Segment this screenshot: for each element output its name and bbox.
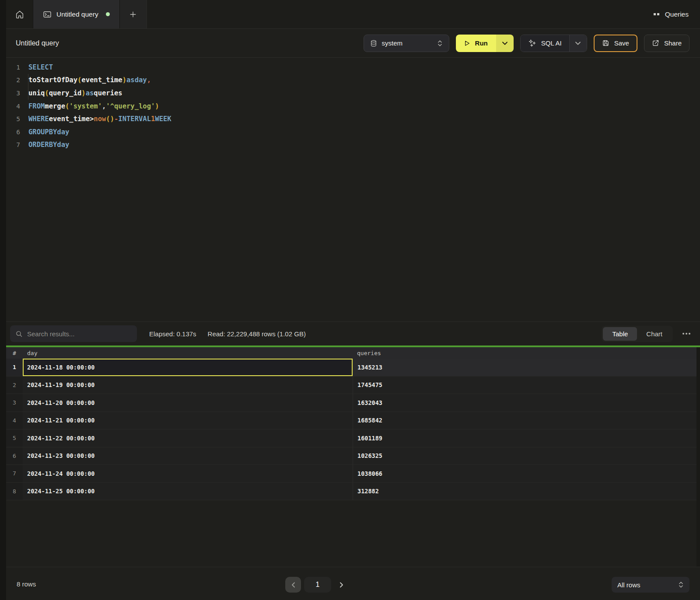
cell-day[interactable]: 2024-11-19 00:00:00 [23, 377, 353, 394]
sql-ai-label: SQL AI [541, 39, 562, 47]
search-icon [15, 330, 23, 338]
new-tab-button[interactable] [120, 0, 147, 28]
cell-day[interactable]: 2024-11-25 00:00:00 [23, 483, 353, 500]
row-index[interactable]: 1 [6, 359, 23, 376]
next-page-button[interactable] [340, 582, 343, 588]
chevron-updown-icon [437, 40, 443, 47]
table-row: 12024-11-18 00:00:001345213 [6, 359, 700, 377]
share-button[interactable]: Share [644, 35, 690, 52]
tab-table-view[interactable]: Table [603, 327, 637, 341]
run-button-group: Run [456, 35, 514, 52]
results-footer: 8 rows 1 All rows [6, 567, 700, 600]
pagination: 1 [285, 577, 343, 593]
scrollbar-gutter[interactable] [696, 347, 700, 567]
terminal-icon [43, 10, 52, 19]
table-row: 52024-11-22 00:00:001601189 [6, 429, 700, 447]
run-options-button[interactable] [496, 35, 514, 52]
run-button[interactable]: Run [456, 35, 496, 52]
table-row: 22024-11-19 00:00:001745475 [6, 377, 700, 394]
cell-queries[interactable]: 1345213 [353, 359, 700, 376]
database-selector[interactable]: system [364, 35, 449, 52]
current-page-button[interactable]: 1 [304, 577, 331, 593]
database-icon [370, 39, 377, 47]
table-header-row: # day queries [6, 347, 700, 359]
code-line: 7ORDER BY day [6, 139, 700, 152]
cell-queries[interactable]: 1685842 [353, 412, 700, 429]
column-header-index[interactable]: # [6, 350, 23, 356]
sql-ai-button[interactable]: SQL AI [521, 35, 569, 52]
play-icon [463, 40, 470, 47]
table-row: 82024-11-25 00:00:00312882 [6, 483, 700, 501]
row-index[interactable]: 6 [6, 447, 23, 465]
tab-label: Untitled query [56, 10, 98, 18]
cell-queries[interactable]: 312882 [353, 483, 700, 500]
row-index[interactable]: 4 [6, 412, 23, 429]
cell-queries[interactable]: 1601189 [353, 429, 700, 447]
home-icon [15, 10, 24, 19]
view-toggle: Table Chart [602, 326, 673, 342]
save-button[interactable]: Save [594, 35, 637, 52]
code-lines: 1SELECT2 toStartOfDay(event_time) as day… [6, 61, 700, 151]
line-number: 5 [6, 115, 20, 122]
cell-day[interactable]: 2024-11-24 00:00:00 [23, 465, 353, 482]
tab-chart-view[interactable]: Chart [637, 327, 672, 341]
line-number: 4 [6, 103, 20, 110]
column-header-queries[interactable]: queries [353, 350, 700, 356]
code-line: 1SELECT [6, 61, 700, 74]
code-line: 5WHERE event_time > now() - INTERVAL 1 W… [6, 112, 700, 126]
chevron-updown-icon [678, 581, 684, 588]
sql-ai-button-group: SQL AI [520, 35, 587, 52]
row-index[interactable]: 5 [6, 429, 23, 447]
results-menu-button[interactable] [682, 330, 691, 337]
column-header-day[interactable]: day [23, 350, 353, 356]
tab-untitled-query[interactable]: Untitled query [33, 0, 120, 28]
cell-queries[interactable]: 1745475 [353, 377, 700, 394]
header-controls: system Run [364, 35, 690, 52]
selected-cell-day[interactable]: 2024-11-18 00:00:00 [23, 359, 353, 376]
save-icon [602, 39, 609, 47]
database-value: system [382, 39, 432, 47]
row-index[interactable]: 3 [6, 394, 23, 412]
cell-queries[interactable]: 1026325 [353, 447, 700, 465]
sparkles-icon [528, 39, 536, 47]
table-row: 32024-11-20 00:00:001632043 [6, 394, 700, 412]
page-size-value: All rows [617, 581, 674, 589]
table-body: 12024-11-18 00:00:00134521322024-11-19 0… [6, 359, 700, 500]
line-number: 1 [6, 64, 20, 71]
search-results-box [10, 325, 137, 342]
row-index[interactable]: 7 [6, 465, 23, 482]
results-empty-space [6, 500, 700, 567]
left-edge-strip [0, 0, 6, 600]
row-index[interactable]: 2 [6, 377, 23, 394]
line-number: 7 [6, 141, 20, 148]
home-button[interactable] [6, 0, 33, 28]
search-results-input[interactable] [27, 330, 132, 338]
query-title: Untitled query [16, 39, 59, 47]
page-size-selector[interactable]: All rows [612, 577, 690, 593]
plus-icon [129, 10, 137, 19]
table-row: 62024-11-23 00:00:001026325 [6, 447, 700, 465]
table-row: 72024-11-24 00:00:001038066 [6, 465, 700, 483]
query-console: Untitled query Queries Untitled query sy… [6, 0, 700, 600]
cell-queries[interactable]: 1632043 [353, 394, 700, 412]
line-number: 2 [6, 77, 20, 84]
sql-ai-options-button[interactable] [569, 35, 587, 52]
code-line: 6GROUP BY day [6, 126, 700, 139]
cell-day[interactable]: 2024-11-22 00:00:00 [23, 429, 353, 447]
share-icon [652, 39, 659, 47]
code-line: 4FROM merge('system', '^query_log') [6, 100, 700, 113]
query-header: Untitled query system Run [6, 29, 700, 58]
cell-queries[interactable]: 1038066 [353, 465, 700, 482]
previous-page-button[interactable] [285, 577, 301, 593]
cell-day[interactable]: 2024-11-23 00:00:00 [23, 447, 353, 465]
save-label: Save [614, 39, 629, 47]
run-label: Run [475, 39, 488, 47]
code-line: 3 uniq(query_id) as queries [6, 87, 700, 100]
cell-day[interactable]: 2024-11-21 00:00:00 [23, 412, 353, 429]
code-line: 2 toStartOfDay(event_time) as day, [6, 74, 700, 87]
queries-icon [654, 13, 659, 15]
queries-button[interactable]: Queries [642, 0, 700, 28]
sql-editor[interactable]: 1SELECT2 toStartOfDay(event_time) as day… [6, 58, 700, 321]
cell-day[interactable]: 2024-11-20 00:00:00 [23, 394, 353, 412]
row-index[interactable]: 8 [6, 483, 23, 500]
